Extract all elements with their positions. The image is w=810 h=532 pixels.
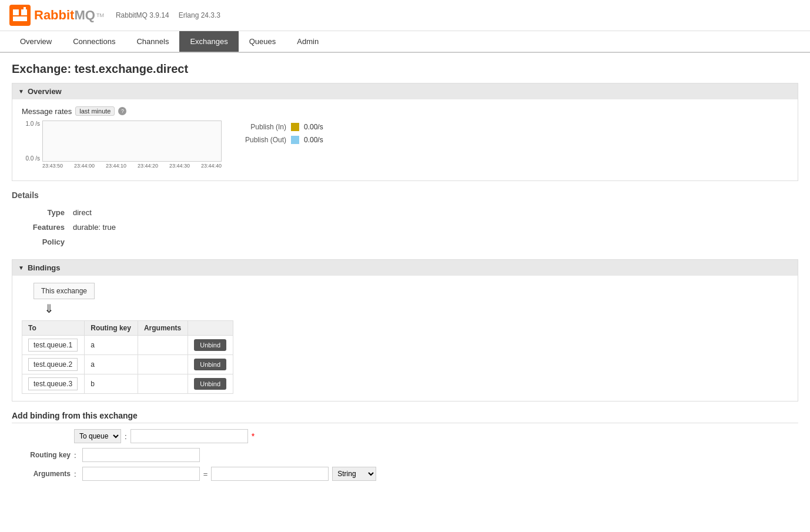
legend-label-publish-in: Publish (In) [239,123,286,131]
binding-routing-key-0: a [85,336,138,355]
queue-link-1[interactable]: test.queue.2 [28,358,78,371]
chart-x-label-2: 23:44:10 [106,163,126,173]
chart-y-max: 1.0 /s [26,121,40,127]
binding-arguments-1 [138,355,188,374]
binding-action-0: Unbind [188,336,233,355]
legend-item-publish-in: Publish (In) 0.00/s [239,123,323,131]
chart-plot [42,121,222,162]
rate-badge[interactable]: last minute [75,106,115,116]
bindings-section-header[interactable]: ▼ Bindings [12,260,798,276]
arguments-colon: : [74,470,76,479]
page-title-name: test.exchange.direct [75,62,188,75]
details-value-type: direct [73,206,797,219]
legend-item-publish-out: Publish (Out) 0.00/s [239,136,323,144]
nav-exchanges[interactable]: Exchanges [179,31,238,52]
logo-rabbit-text: Rabbit [34,8,74,23]
arguments-row: Arguments : = String Integer Boolean [12,467,798,481]
logo-tm-text: TM [96,12,104,18]
details-label-features: Features [13,220,72,234]
chart-x-label-4: 23:44:30 [169,163,190,173]
queue-link-0[interactable]: test.queue.1 [28,339,78,352]
nav-admin[interactable]: Admin [286,31,329,52]
details-row-features: Features durable: true [13,220,797,234]
table-row: test.queue.1 a Unbind [22,336,233,355]
nav-overview[interactable]: Overview [9,31,62,52]
queue-link-2[interactable]: test.queue.3 [28,377,78,390]
svg-rect-0 [9,5,31,26]
to-queue-select[interactable]: To queue [74,429,121,443]
svg-rect-1 [13,9,19,15]
nav-queues[interactable]: Queues [239,31,287,52]
top-header: RabbitMQTM RabbitMQ 3.9.14 Erlang 24.3.3 [0,0,810,31]
overview-section: ▼ Overview Message rates last minute ? 1… [12,83,798,181]
binding-routing-key-2: b [85,374,138,394]
legend-color-publish-in [291,123,299,131]
to-queue-row: To queue : * [12,429,798,443]
bindings-col-to: To [22,321,85,336]
overview-section-body: Message rates last minute ? 1.0 /s 0.0 /… [12,99,798,180]
legend-value-publish-out: 0.00/s [304,136,323,144]
chart-x-labels: 23:43:50 23:44:00 23:44:10 23:44:20 23:4… [42,163,222,173]
binding-arguments-2 [138,374,188,394]
bindings-table-header-row: To Routing key Arguments [22,321,233,336]
page-title-prefix: Exchange: [12,62,75,75]
table-row: test.queue.3 b Unbind [22,374,233,394]
details-table: Type direct Features durable: true Polic… [12,205,798,250]
overview-section-title: Overview [28,87,62,96]
this-exchange-wrapper: This exchange ⇓ [34,283,788,316]
svg-rect-4 [24,7,26,11]
bindings-section: ▼ Bindings This exchange ⇓ To Routing ke… [12,259,798,401]
logo: RabbitMQTM [9,5,104,26]
rabbitmq-version: RabbitMQ 3.9.14 [116,11,169,19]
colon-separator: : [125,432,127,441]
this-exchange-box: This exchange [34,283,95,299]
arguments-key-input[interactable] [82,467,200,481]
legend-label-publish-out: Publish (Out) [239,136,286,144]
svg-rect-3 [13,16,27,21]
binding-action-2: Unbind [188,374,233,394]
unbind-button-2[interactable]: Unbind [194,378,226,390]
details-value-features: durable: true [73,220,797,234]
overview-collapse-icon: ▼ [18,88,24,95]
nav-connections[interactable]: Connections [62,31,126,52]
routing-key-colon: : [74,451,76,460]
required-star: * [252,431,255,441]
routing-key-input[interactable] [82,448,200,462]
details-row-type: Type direct [13,206,797,219]
message-rates-text: Message rates [22,107,72,116]
overview-section-header[interactable]: ▼ Overview [12,83,798,99]
binding-arguments-0 [138,336,188,355]
unbind-button-0[interactable]: Unbind [194,339,226,351]
nav-channels[interactable]: Channels [126,31,179,52]
add-binding-section: Add binding from this exchange To queue … [12,411,798,481]
rabbitmq-logo-icon [9,5,31,26]
binding-to-2: test.queue.3 [22,374,85,394]
chart-y-axis: 1.0 /s 0.0 /s [22,121,42,162]
main-nav: Overview Connections Channels Exchanges … [0,31,810,53]
bindings-section-body: This exchange ⇓ To Routing key Arguments… [12,276,798,401]
binding-routing-key-1: a [85,355,138,374]
unbind-button-1[interactable]: Unbind [194,359,226,370]
legend-value-publish-in: 0.00/s [304,123,323,131]
chart-legend: Publish (In) 0.00/s Publish (Out) 0.00/s [239,121,323,144]
binding-to-0: test.queue.1 [22,336,85,355]
bindings-arrow: ⇓ [44,302,788,316]
details-section: Details Type direct Features durable: tr… [12,190,798,250]
message-rates-label: Message rates last minute ? [22,106,788,116]
bindings-col-action [188,321,233,336]
binding-to-1: test.queue.2 [22,355,85,374]
erlang-version: Erlang 24.3.3 [179,11,220,19]
logo-mq-text: MQ [74,8,95,23]
help-icon[interactable]: ? [118,107,126,115]
to-queue-input[interactable] [130,429,248,443]
details-row-policy: Policy [13,235,797,249]
version-info: RabbitMQ 3.9.14 Erlang 24.3.3 [116,11,220,19]
routing-key-row: Routing key : [12,448,798,462]
add-binding-title: Add binding from this exchange [12,411,798,423]
arguments-label: Arguments [12,470,71,478]
bindings-col-arguments: Arguments [138,321,188,336]
routing-key-label: Routing key [12,451,71,459]
arguments-type-select[interactable]: String Integer Boolean [332,467,376,481]
arguments-value-input[interactable] [211,467,329,481]
chart-area: 1.0 /s 0.0 /s 23:43:50 23:44:00 23:44:10… [22,121,222,173]
